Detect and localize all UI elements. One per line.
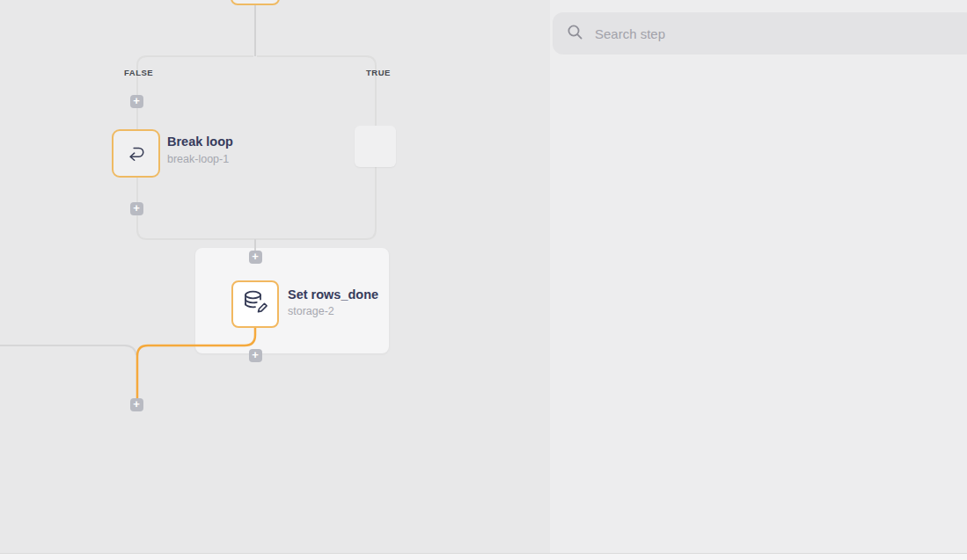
add-step-button[interactable]: + bbox=[130, 202, 143, 215]
workflow-canvas[interactable]: FALSE TRUE + + + + + Break loop break-lo… bbox=[0, 0, 550, 560]
add-step-button[interactable]: + bbox=[249, 349, 262, 362]
storage-pencil-icon bbox=[241, 288, 269, 320]
add-step-button[interactable]: + bbox=[130, 95, 143, 108]
set-rows-done-node[interactable] bbox=[231, 280, 279, 328]
break-loop-icon bbox=[123, 139, 150, 169]
workflow-app: FALSE TRUE + + + + + Break loop break-lo… bbox=[0, 0, 967, 560]
set-rows-done-title: Set rows_done bbox=[288, 287, 378, 302]
branch-true-label: TRUE bbox=[366, 68, 391, 77]
add-step-button[interactable]: + bbox=[130, 398, 143, 411]
branch-false-label: FALSE bbox=[124, 68, 153, 77]
break-loop-node[interactable] bbox=[112, 129, 160, 178]
true-branch-placeholder-node[interactable] bbox=[355, 126, 396, 167]
break-loop-title: Break loop bbox=[167, 135, 233, 149]
right-drawer-backdrop: Set rows_done (storage-2) ? Set Value De… bbox=[550, 0, 967, 560]
set-rows-done-subtitle: storage-2 bbox=[288, 305, 334, 317]
add-step-button[interactable]: + bbox=[249, 251, 262, 264]
bottom-edge-strip bbox=[0, 553, 967, 560]
search-icon bbox=[567, 24, 583, 44]
search-step-bar[interactable] bbox=[553, 12, 967, 55]
upstream-node[interactable] bbox=[231, 0, 280, 5]
search-step-input[interactable] bbox=[595, 26, 859, 41]
break-loop-subtitle: break-loop-1 bbox=[167, 153, 229, 165]
